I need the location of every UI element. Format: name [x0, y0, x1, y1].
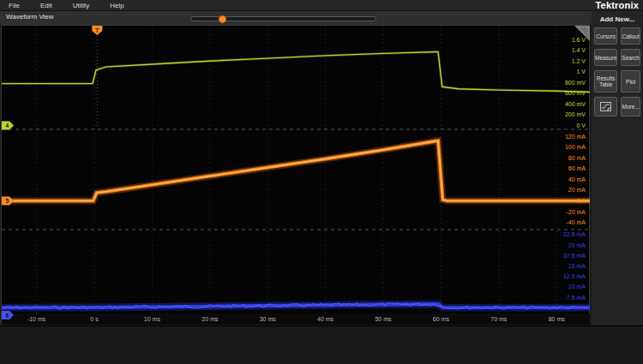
axis-label: 200 mV: [565, 111, 586, 117]
axis-label: 15 mA: [568, 263, 586, 269]
callout-button[interactable]: Callout: [621, 27, 640, 45]
time-tick-label: 80 ms: [549, 316, 566, 322]
time-tick-label: 0 s: [90, 316, 99, 322]
axis-label: 12.5 mA: [563, 273, 586, 279]
bottom-settings-bar: ‹ Ch 4 200 mV/div 350 MHz Ch 5 20 mA/div…: [0, 325, 643, 364]
waveform-plot-area[interactable]: 1.6 V1.4 V1.2 V1 V800 mV600 mV400 mV200 …: [1, 25, 590, 325]
trace-ch5-core: [2, 140, 590, 200]
time-tick-label: 70 ms: [490, 316, 508, 322]
mask-editor-button[interactable]: [594, 97, 617, 116]
time-tick-label: 60 ms: [433, 316, 450, 322]
waveform-view-title: Waveform View: [6, 13, 54, 21]
axis-label: 7.5 mA: [567, 295, 586, 301]
trigger-marker-letter: T: [95, 27, 99, 33]
axis-label: 1.4 V: [572, 47, 586, 53]
plot-button[interactable]: Plot: [621, 70, 640, 92]
menu-utility[interactable]: Utility: [73, 2, 90, 9]
axis-label: 20 mA: [568, 242, 586, 248]
measure-button[interactable]: Measure: [594, 49, 617, 66]
axis-label: 22.5 mA: [563, 231, 586, 237]
axis-label: -40 mA: [566, 219, 586, 225]
search-button[interactable]: Search: [621, 49, 640, 66]
sidebar-button-grid: Cursors Callout Measure Search Results T…: [594, 27, 640, 116]
axis-label: 0 V: [576, 122, 586, 128]
more-button[interactable]: More...: [621, 97, 640, 116]
channel-ref-number: 4: [6, 122, 9, 128]
time-tick-label: 20 ms: [201, 316, 219, 322]
time-tick-label: 40 ms: [317, 316, 334, 322]
channel-ref-number: 6: [6, 313, 9, 319]
time-tick-label: 10 ms: [144, 316, 161, 322]
oscilloscope-app: File Edit Utility Help Tektronix Wavefor…: [0, 0, 643, 364]
cursors-button[interactable]: Cursors: [594, 27, 617, 45]
axis-label: 120 mA: [565, 134, 586, 140]
add-new-title: Add New...: [594, 15, 640, 23]
add-new-sidebar: Add New... Cursors Callout Measure Searc…: [592, 11, 643, 325]
axis-label: -20 mA: [566, 209, 586, 215]
axis-label: 20 mA: [568, 187, 586, 193]
time-tick-label: 30 ms: [260, 316, 277, 322]
axis-label: 0 A: [577, 198, 586, 204]
axis-label: 1.2 V: [572, 58, 586, 64]
pan-scrollbar-handle[interactable]: [219, 15, 226, 23]
tektronix-logo: Tektronix: [596, 0, 640, 10]
time-tick-label: -10 ms: [27, 316, 46, 322]
results-table-button[interactable]: Results Table: [594, 70, 617, 92]
axis-label: 1 V: [576, 69, 586, 75]
channel-ref-number: 5: [6, 198, 9, 204]
axis-label: 10 mA: [568, 283, 586, 289]
menu-file[interactable]: File: [9, 2, 20, 9]
axis-label: 80 mA: [568, 155, 586, 161]
waveform-view-header: Waveform View: [0, 11, 592, 26]
time-tick-label: 50 ms: [375, 316, 392, 322]
menu-edit[interactable]: Edit: [40, 2, 52, 9]
trace-ch5-glow: [2, 140, 590, 200]
axis-label: 60 mA: [568, 165, 586, 171]
axis-label: 600 mV: [565, 90, 586, 96]
trace-ch5[interactable]: [2, 140, 590, 200]
axis-label: 800 mV: [565, 80, 586, 86]
menu-bar: File Edit Utility Help Tektronix: [0, 0, 643, 11]
axis-label: 40 mA: [568, 176, 586, 182]
axis-label: 1.6 V: [572, 37, 586, 43]
waveform-canvas[interactable]: 1.6 V1.4 V1.2 V1 V800 mV600 mV400 mV200 …: [2, 26, 590, 325]
axis-label: 100 mA: [565, 144, 586, 150]
waveform-edit-icon: [600, 102, 611, 111]
menu-help[interactable]: Help: [110, 2, 123, 9]
axis-label: 400 mV: [565, 101, 586, 107]
axis-label: 17.5 mA: [563, 253, 586, 259]
pan-scrollbar[interactable]: [190, 16, 376, 21]
